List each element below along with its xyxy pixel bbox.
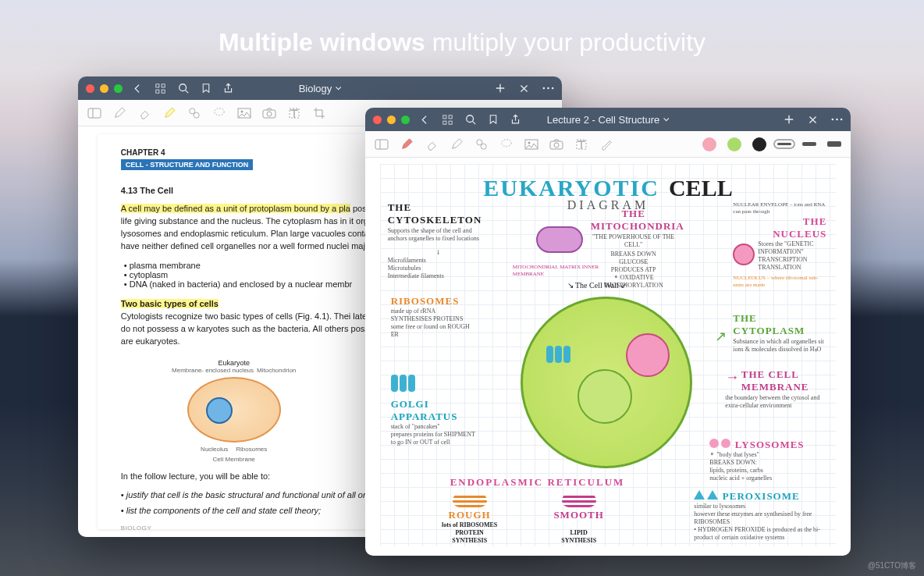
share-icon[interactable] bbox=[222, 83, 234, 94]
stroke-thin[interactable] bbox=[777, 143, 791, 145]
svg-point-4 bbox=[179, 84, 186, 91]
pen-icon[interactable] bbox=[400, 137, 414, 151]
window-lecture: Lecture 2 - Cell Structure EUKARYOTIC bbox=[365, 108, 851, 556]
window-title[interactable]: Lecture 2 - Cell Structure bbox=[547, 114, 670, 126]
svg-point-26 bbox=[477, 139, 482, 144]
svg-point-11 bbox=[215, 108, 224, 115]
highlighter-icon[interactable] bbox=[162, 106, 176, 120]
back-icon[interactable] bbox=[419, 114, 431, 126]
mitochondria-drawing bbox=[536, 226, 583, 253]
crop-icon[interactable] bbox=[312, 106, 326, 120]
svg-rect-20 bbox=[449, 121, 452, 124]
text-icon[interactable] bbox=[574, 137, 588, 151]
svg-point-6 bbox=[547, 87, 549, 90]
bookmark-icon[interactable] bbox=[487, 114, 499, 126]
svg-point-10 bbox=[194, 112, 199, 118]
label-nucleus: NUCLEAR ENVELOPE – ions and RNA can pass… bbox=[733, 201, 826, 289]
svg-point-21 bbox=[466, 116, 473, 123]
close-icon[interactable] bbox=[86, 84, 94, 93]
label-membrane: → THE CELL MEMBRANE the boundary between… bbox=[725, 368, 826, 410]
highlighted-subhead: Two basic types of cells bbox=[121, 299, 219, 308]
nucleus-drawing bbox=[626, 333, 670, 377]
close-tab-icon[interactable] bbox=[518, 83, 530, 94]
back-icon[interactable] bbox=[132, 83, 144, 94]
maximize-icon[interactable] bbox=[401, 116, 410, 124]
brush-icon[interactable] bbox=[599, 137, 613, 151]
search-icon[interactable] bbox=[464, 114, 476, 126]
svg-point-5 bbox=[543, 87, 546, 90]
shapes-icon[interactable] bbox=[187, 106, 201, 120]
grid-page: EUKARYOTIC CELL DIAGRAM THE CYTOSKELETON… bbox=[380, 164, 837, 546]
svg-point-15 bbox=[267, 112, 272, 116]
text-icon[interactable] bbox=[287, 106, 301, 120]
toolbar bbox=[365, 131, 851, 158]
notes-content[interactable]: EUKARYOTIC CELL DIAGRAM THE CYTOSKELETON… bbox=[365, 158, 851, 556]
close-tab-icon[interactable] bbox=[807, 114, 819, 126]
minimize-icon[interactable] bbox=[387, 116, 396, 124]
image-icon[interactable] bbox=[237, 106, 251, 120]
subchapter-label: CELL - STRUCTURE AND FUNCTION bbox=[121, 159, 254, 170]
svg-point-9 bbox=[190, 108, 195, 113]
label-ribosomes: RIBOSOMES made up of rRNA SYNTHESISES PR… bbox=[391, 295, 477, 339]
svg-point-7 bbox=[552, 87, 554, 90]
color-swatch-green[interactable] bbox=[727, 137, 741, 151]
svg-point-27 bbox=[481, 144, 486, 149]
svg-point-28 bbox=[502, 139, 511, 146]
highlighted-text: A cell may be defined as a unit of proto… bbox=[121, 204, 350, 213]
sidebar-icon[interactable] bbox=[375, 137, 389, 151]
close-icon[interactable] bbox=[373, 116, 382, 124]
chevron-down-icon bbox=[335, 86, 341, 91]
svg-rect-1 bbox=[162, 84, 165, 87]
camera-icon[interactable] bbox=[549, 137, 563, 151]
pen-icon[interactable] bbox=[112, 106, 126, 120]
image-icon[interactable] bbox=[524, 137, 538, 151]
stroke-thick[interactable] bbox=[827, 141, 841, 147]
more-icon[interactable] bbox=[542, 83, 554, 94]
share-icon[interactable] bbox=[510, 114, 521, 126]
headline: Multiple windows multiply your productiv… bbox=[0, 28, 924, 57]
eraser-icon[interactable] bbox=[425, 137, 439, 151]
watermark: @51CTO博客 bbox=[868, 560, 916, 571]
bookmark-icon[interactable] bbox=[200, 83, 211, 94]
grid-icon[interactable] bbox=[155, 83, 166, 94]
svg-rect-8 bbox=[88, 108, 101, 118]
color-swatch-pink[interactable] bbox=[702, 137, 716, 151]
eraser-icon[interactable] bbox=[137, 106, 151, 120]
grid-icon[interactable] bbox=[442, 114, 453, 126]
minimize-icon[interactable] bbox=[100, 84, 108, 93]
more-icon[interactable] bbox=[831, 114, 843, 126]
label-peroxisome: PEROXISOME similar to lysosomes however … bbox=[694, 490, 826, 542]
add-icon[interactable] bbox=[783, 114, 794, 126]
stroke-med[interactable] bbox=[802, 142, 816, 146]
window-title[interactable]: Biology bbox=[299, 83, 342, 94]
label-cytoplasm: THE CYTOPLASM Substance in which all org… bbox=[733, 312, 826, 354]
highlighter-icon[interactable] bbox=[450, 137, 464, 151]
add-icon[interactable] bbox=[494, 83, 506, 94]
shapes-icon[interactable] bbox=[474, 137, 489, 151]
svg-rect-2 bbox=[156, 90, 159, 93]
label-smooth: SMOOTH LIPID SYNTHESIS bbox=[536, 493, 622, 545]
traffic-lights bbox=[373, 116, 410, 124]
svg-point-24 bbox=[840, 119, 843, 121]
label-cytoskeleton: THE CYTOSKELETON Supports the shape of t… bbox=[388, 201, 489, 280]
label-golgi: GOLGI APPARATUS stack of "pancakes" prep… bbox=[391, 375, 485, 446]
svg-point-30 bbox=[528, 141, 531, 144]
cell-drawing bbox=[521, 297, 692, 468]
titlebar[interactable]: Lecture 2 - Cell Structure bbox=[365, 108, 851, 131]
search-icon[interactable] bbox=[177, 83, 189, 94]
svg-point-22 bbox=[832, 119, 834, 121]
chevron-down-icon bbox=[663, 117, 669, 122]
svg-point-13 bbox=[241, 110, 243, 112]
lasso-icon[interactable] bbox=[212, 106, 226, 120]
arrow-icon: ↗ bbox=[715, 328, 727, 345]
color-swatch-black[interactable] bbox=[752, 137, 766, 151]
titlebar[interactable]: Biology bbox=[78, 76, 562, 100]
svg-rect-18 bbox=[449, 115, 452, 118]
label-er: ENDOPLASMIC RETICULUM bbox=[450, 476, 625, 489]
sidebar-icon[interactable] bbox=[87, 106, 101, 120]
maximize-icon[interactable] bbox=[114, 84, 123, 93]
svg-rect-25 bbox=[375, 140, 388, 149]
camera-icon[interactable] bbox=[262, 106, 276, 120]
lasso-icon[interactable] bbox=[499, 137, 514, 151]
label-lysosomes: LYSOSOMES ⚬ "body that lyses" BREAKS DOW… bbox=[709, 439, 826, 482]
